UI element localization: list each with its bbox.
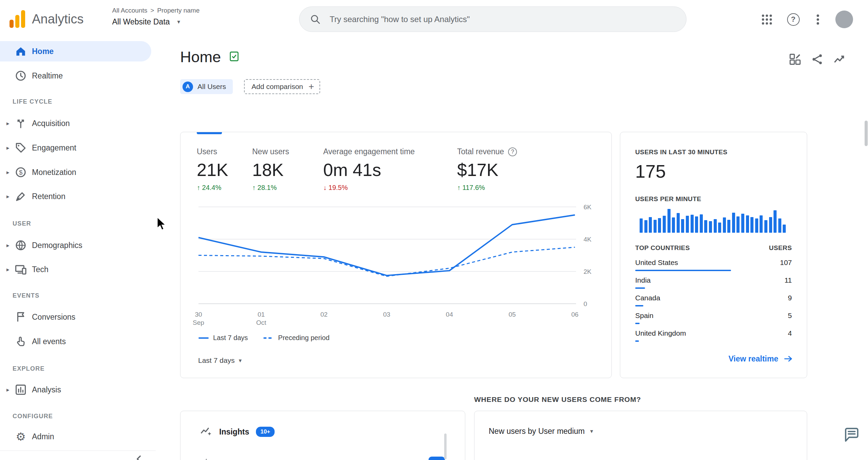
new-users-card: New users by User medium ▾ [474, 411, 807, 460]
report-check-icon[interactable] [228, 51, 240, 64]
country-bar [635, 287, 645, 289]
page-title: Home [180, 48, 221, 66]
expand-chevron-icon[interactable]: ▸ [0, 193, 14, 200]
expand-chevron-icon[interactable]: ▸ [0, 242, 14, 249]
legend-label: Preceding period [278, 334, 329, 342]
more-vert-icon[interactable] [810, 12, 825, 27]
analytics-logo[interactable]: Analytics [10, 10, 84, 28]
chart-legend: Last 7 days Preceding period [198, 334, 330, 342]
per-minute-bar [746, 215, 749, 233]
per-minute-bar [691, 215, 694, 233]
clock-icon [14, 69, 28, 83]
new-users-card-title-label: New users by User medium [489, 427, 585, 436]
sidebar-item-home[interactable]: Home [0, 41, 151, 61]
insights-scrollbar[interactable] [444, 434, 447, 459]
per-minute-bar [681, 219, 684, 233]
svg-text:Oct: Oct [256, 319, 266, 326]
sidebar-section-explore: EXPLORE [13, 364, 45, 374]
per-minute-bar [677, 213, 680, 233]
search-bar[interactable] [299, 6, 687, 32]
new-users-card-title[interactable]: New users by User medium ▾ [489, 427, 593, 436]
breadcrumb-account[interactable]: All Accounts [112, 7, 147, 14]
per-minute-bar [732, 213, 735, 233]
date-range-selector[interactable]: Last 7 days ▾ [194, 354, 246, 367]
analysis-chart-icon [14, 383, 28, 397]
per-minute-bar [704, 220, 707, 233]
admin-gear-icon: ⚙ [14, 429, 28, 444]
per-minute-bar [654, 220, 657, 233]
country-users: 107 [780, 259, 792, 267]
view-realtime-label: View realtime [728, 354, 778, 364]
sidebar-item-all-events[interactable]: All events [0, 331, 151, 352]
svg-text:Sep: Sep [193, 319, 204, 326]
breadcrumb-property[interactable]: Property name [157, 7, 200, 14]
breadcrumb: All Accounts > Property name [112, 7, 199, 14]
sidebar-item-engagement[interactable]: ▸ Engagement [0, 138, 151, 158]
sidebar-item-label: Admin [32, 432, 54, 441]
country-users: 4 [788, 329, 792, 337]
svg-text:6K: 6K [584, 204, 592, 211]
page-scrollbar[interactable] [865, 121, 868, 146]
chat-feedback-button[interactable] [843, 426, 861, 444]
country-users: 5 [788, 312, 792, 320]
add-comparison-button[interactable]: Add comparison + [244, 79, 320, 94]
expand-chevron-icon[interactable]: ▸ [0, 266, 14, 273]
help-circle-icon[interactable]: ? [508, 147, 517, 156]
metric-value: 21K [197, 160, 228, 180]
country-users: 11 [784, 276, 792, 284]
svg-text:$: $ [19, 169, 23, 176]
svg-text:01: 01 [258, 311, 265, 318]
expand-chevron-icon[interactable]: ▸ [0, 120, 14, 127]
sidebar-item-label: Analysis [32, 385, 61, 394]
customize-report-icon[interactable] [787, 52, 802, 67]
svg-text:30: 30 [195, 311, 202, 318]
view-realtime-link[interactable]: View realtime [728, 354, 793, 364]
help-icon[interactable]: ? [786, 12, 801, 27]
sidebar-item-acquisition[interactable]: ▸ Acquisition [0, 113, 151, 134]
sidebar-section-life-cycle: LIFE CYCLE [13, 96, 52, 107]
sidebar-item-retention[interactable]: ▸ Retention [0, 186, 151, 207]
metric-label: Total revenue [457, 147, 504, 156]
expand-chevron-icon[interactable]: ▸ [0, 144, 14, 152]
metric-new-users: New users18K↑ 28.1% [252, 147, 289, 192]
sidebar-item-demographics[interactable]: ▸ Demographics [0, 235, 151, 255]
search-icon [310, 14, 321, 25]
sidebar-item-admin[interactable]: ⚙ Admin [0, 426, 151, 447]
metric-users: Users21K↑ 24.4% [197, 147, 228, 192]
per-minute-bar [741, 214, 744, 233]
app-header: Analytics All Accounts > Property name A… [0, 0, 868, 39]
country-row: United Kingdom4 [635, 329, 792, 347]
sidebar-item-conversions[interactable]: Conversions [0, 307, 151, 327]
sidebar-item-monetization[interactable]: ▸ $ Monetization [0, 162, 151, 182]
property-selector-label: All Website Data [112, 17, 170, 26]
metric-label: Average engagement time [323, 147, 415, 156]
trend-series-dashed [198, 247, 575, 277]
sidebar-item-tech[interactable]: ▸ Tech [0, 259, 151, 280]
sidebar: Home Realtime LIFE CYCLE ▸ [0, 39, 156, 460]
sidebar-item-realtime[interactable]: Realtime [0, 66, 151, 86]
per-minute-bar [686, 216, 689, 233]
insights-header: Insights 10+ [199, 425, 275, 439]
per-minute-bar [695, 216, 698, 233]
country-bar [635, 270, 731, 271]
share-icon[interactable] [810, 52, 824, 67]
expand-chevron-icon[interactable]: ▸ [0, 169, 14, 176]
avatar[interactable] [835, 11, 853, 28]
country-bar [635, 305, 643, 306]
apps-grid-icon[interactable] [759, 12, 774, 27]
sidebar-item-analysis[interactable]: ▸ Analysis [0, 379, 151, 400]
insights-sparkline-icon[interactable] [832, 52, 847, 67]
svg-text:4K: 4K [584, 236, 592, 243]
insights-count-badge: 10+ [256, 427, 275, 437]
all-users-chip[interactable]: A All Users [180, 79, 233, 94]
per-minute-bar [672, 217, 675, 233]
plus-icon: + [309, 82, 314, 91]
per-minute-bar [783, 225, 786, 233]
expand-chevron-icon[interactable]: ▸ [0, 386, 14, 393]
trend-chart: 02K4K6K30Sep01Oct0203040506 [180, 187, 612, 329]
collapse-sidebar-icon[interactable] [133, 453, 147, 460]
svg-text:03: 03 [383, 311, 390, 318]
property-selector[interactable]: All Website Data ▾ [112, 17, 199, 26]
home-icon [14, 44, 28, 58]
search-input[interactable] [330, 15, 663, 24]
